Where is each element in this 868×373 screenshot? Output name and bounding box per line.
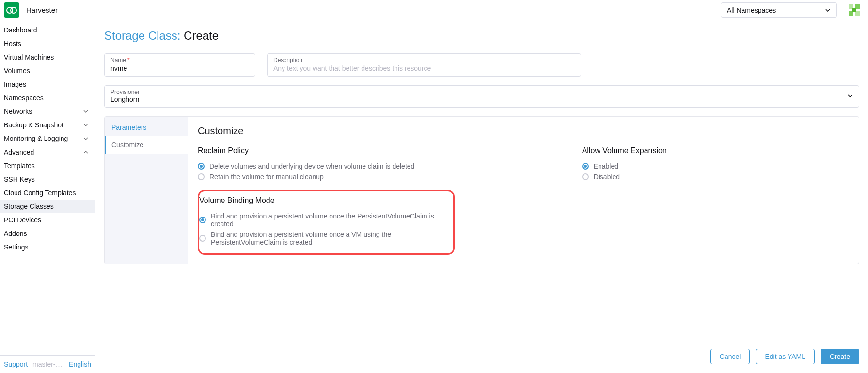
sidebar-item-label: Settings — [4, 243, 29, 251]
chevron-down-icon — [83, 123, 88, 127]
sidebar-item-label: Volumes — [4, 67, 30, 75]
sidebar-item-label: Dashboard — [4, 26, 37, 34]
section-title: Customize — [198, 125, 849, 137]
version-text: master-f… — [32, 360, 64, 368]
reclaim-opt-delete[interactable]: Delete volumes and underlying device whe… — [198, 161, 563, 171]
sidebar-item-monitoring-logging[interactable]: Monitoring & Logging — [0, 132, 95, 145]
radio-icon — [198, 163, 205, 170]
tab-customize[interactable]: Customize — [105, 136, 188, 154]
nav: DashboardHostsVirtual MachinesVolumesIma… — [0, 20, 95, 355]
create-button[interactable]: Create — [821, 349, 859, 364]
namespace-value: All Namespaces — [727, 6, 776, 14]
sidebar-item-label: Backup & Snapshot — [4, 121, 63, 129]
expand-title: Allow Volume Expansion — [582, 146, 849, 155]
volume-binding-highlight: Volume Binding Mode Bind and provision a… — [198, 190, 455, 255]
sidebar-item-settings[interactable]: Settings — [0, 240, 95, 254]
sidebar-item-label: Storage Classes — [4, 202, 54, 210]
sidebar-item-templates[interactable]: Templates — [0, 159, 95, 172]
provisioner-select[interactable]: Provisioner Longhorn — [104, 85, 859, 108]
radio-icon — [582, 173, 589, 180]
chevron-down-icon — [825, 7, 831, 13]
cancel-button[interactable]: Cancel — [710, 349, 750, 364]
sidebar-item-ssh-keys[interactable]: SSH Keys — [0, 172, 95, 186]
reclaim-title: Reclaim Policy — [198, 146, 563, 155]
sidebar-item-label: Hosts — [4, 40, 21, 47]
page-title: Storage Class: Create — [104, 29, 859, 43]
description-label: Description — [273, 57, 575, 63]
sidebar-item-label: Addons — [4, 230, 27, 237]
vbm-title: Volume Binding Mode — [199, 196, 444, 205]
sidebar-footer: Support master-f… English — [0, 355, 95, 373]
svg-rect-4 — [852, 8, 856, 12]
title-text: Create — [184, 29, 219, 42]
radio-icon — [199, 235, 206, 242]
vbm-opt-waitforconsumer[interactable]: Bind and provision a persistent volume o… — [199, 229, 444, 248]
expand-opt2-label: Disabled — [594, 173, 620, 181]
brand-name: Harvester — [26, 6, 58, 14]
radio-icon — [198, 173, 205, 180]
language-select[interactable]: English — [69, 360, 91, 368]
radio-icon — [582, 163, 589, 170]
sidebar-item-storage-classes[interactable]: Storage Classes — [0, 200, 95, 213]
vbm-opt1-label: Bind and provision a persistent volume o… — [211, 212, 444, 228]
header: Harvester All Namespaces — [0, 0, 868, 20]
tabs: Parameters Customize — [105, 117, 188, 264]
sidebar-item-label: Images — [4, 80, 26, 88]
sidebar-item-label: Monitoring & Logging — [4, 135, 68, 142]
app-logo[interactable] — [4, 2, 19, 18]
name-input[interactable] — [110, 63, 249, 72]
sidebar-item-namespaces[interactable]: Namespaces — [0, 91, 95, 105]
sidebar-item-pci-devices[interactable]: PCI Devices — [0, 213, 95, 227]
sidebar-item-label: Networks — [4, 108, 32, 115]
chevron-down-icon — [83, 109, 88, 114]
sidebar-item-label: Advanced — [4, 148, 34, 156]
sidebar-item-backup-snapshot[interactable]: Backup & Snapshot — [0, 118, 95, 132]
provisioner-value: Longhorn — [110, 95, 847, 103]
sidebar-item-networks[interactable]: Networks — [0, 105, 95, 118]
sidebar-item-dashboard[interactable]: Dashboard — [0, 23, 95, 37]
chevron-up-icon — [83, 150, 88, 155]
sidebar-item-advanced[interactable]: Advanced — [0, 145, 95, 159]
expand-opt-enabled[interactable]: Enabled — [582, 161, 849, 171]
sidebar-item-virtual-machines[interactable]: Virtual Machines — [0, 50, 95, 64]
description-input[interactable] — [273, 63, 575, 72]
reclaim-opt-retain[interactable]: Retain the volume for manual cleanup — [198, 171, 563, 182]
reclaim-opt2-label: Retain the volume for manual cleanup — [209, 173, 324, 181]
name-field[interactable]: Name* — [104, 53, 255, 77]
tab-panel: Parameters Customize Customize Reclaim P… — [104, 116, 859, 264]
sidebar-item-cloud-config-templates[interactable]: Cloud Config Templates — [0, 186, 95, 200]
namespace-select[interactable]: All Namespaces — [721, 2, 837, 18]
sidebar-item-hosts[interactable]: Hosts — [0, 37, 95, 50]
sidebar: DashboardHostsVirtual MachinesVolumesIma… — [0, 20, 95, 373]
breadcrumb[interactable]: Storage Class: — [104, 29, 180, 42]
main: Storage Class: Create Name* Description … — [95, 20, 868, 373]
sidebar-item-addons[interactable]: Addons — [0, 227, 95, 240]
sidebar-item-label: Templates — [4, 162, 35, 170]
radio-icon — [199, 217, 206, 223]
sidebar-item-label: Namespaces — [4, 94, 44, 102]
tab-content: Customize Reclaim Policy Delete volumes … — [188, 117, 859, 264]
tab-parameters[interactable]: Parameters — [105, 119, 188, 136]
required-asterisk: * — [127, 57, 130, 63]
vbm-opt-immediate[interactable]: Bind and provision a persistent volume o… — [199, 211, 444, 229]
sidebar-item-images[interactable]: Images — [0, 78, 95, 91]
vbm-opt2-label: Bind and provision a persistent volume o… — [211, 231, 444, 246]
description-field[interactable]: Description — [267, 53, 581, 77]
chevron-down-icon — [847, 93, 853, 99]
expand-opt1-label: Enabled — [594, 162, 618, 170]
sidebar-item-label: Virtual Machines — [4, 53, 54, 61]
user-avatar[interactable] — [847, 2, 862, 18]
expand-opt-disabled[interactable]: Disabled — [582, 171, 849, 182]
name-label: Name — [110, 57, 126, 63]
action-bar: Cancel Edit as YAML Create — [710, 349, 859, 364]
provisioner-label: Provisioner — [110, 89, 847, 95]
chevron-down-icon — [83, 136, 88, 141]
sidebar-item-volumes[interactable]: Volumes — [0, 64, 95, 78]
sidebar-item-label: Cloud Config Templates — [4, 189, 76, 197]
sidebar-item-label: SSH Keys — [4, 175, 35, 183]
reclaim-opt1-label: Delete volumes and underlying device whe… — [209, 162, 414, 170]
edit-yaml-button[interactable]: Edit as YAML — [756, 349, 815, 364]
support-link[interactable]: Support — [4, 360, 28, 368]
sidebar-item-label: PCI Devices — [4, 216, 41, 224]
